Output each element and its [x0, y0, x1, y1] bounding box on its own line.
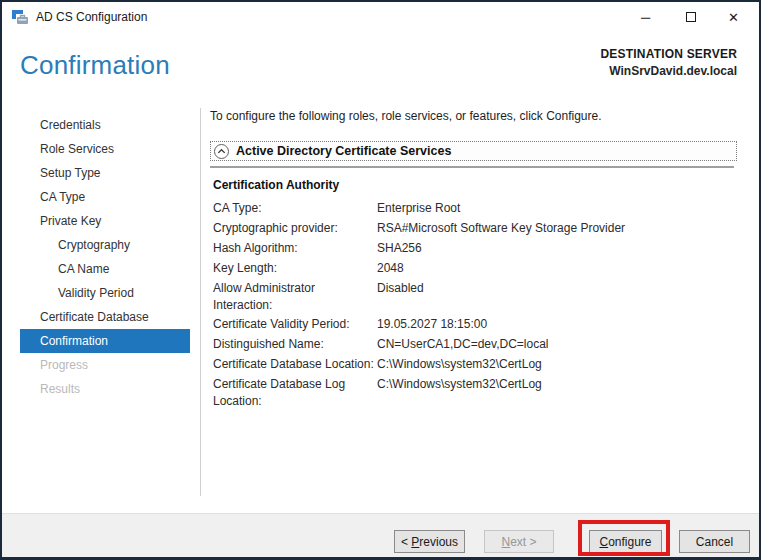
- sidebar-item-ca-type[interactable]: CA Type: [20, 185, 190, 209]
- field-value: C:\Windows\system32\CertLog: [377, 374, 737, 393]
- expander-label: Active Directory Certificate Services: [236, 144, 451, 158]
- field-row-ca-type: CA Type: Enterprise Root: [213, 198, 737, 218]
- field-label: Key Length:: [213, 258, 377, 277]
- footer-bar: < Previous Next > Configure Cancel: [2, 513, 759, 557]
- field-row-key-length: Key Length: 2048: [213, 258, 737, 278]
- field-value: C:\Windows\system32\CertLog: [377, 354, 737, 373]
- field-value: Enterprise Root: [377, 198, 737, 217]
- chevron-up-circle-icon: [214, 144, 229, 159]
- field-label: Allow Administrator Interaction:: [213, 278, 377, 314]
- sidebar-item-validity-period[interactable]: Validity Period: [20, 281, 190, 305]
- field-value: SHA256: [377, 238, 737, 257]
- field-row-certificate-validity-period: Certificate Validity Period: 19.05.2027 …: [213, 314, 737, 334]
- instruction-text: To configure the following roles, role s…: [210, 109, 602, 123]
- field-value: CN=UserCA1,DC=dev,DC=local: [377, 334, 737, 353]
- sidebar-item-certificate-database[interactable]: Certificate Database: [20, 305, 190, 329]
- sidebar-item-role-services[interactable]: Role Services: [20, 137, 190, 161]
- field-label: Certificate Database Log Location:: [213, 374, 377, 410]
- close-icon: ✕: [728, 10, 739, 25]
- field-label: Certificate Validity Period:: [213, 314, 377, 333]
- confirmation-fields: CA Type: Enterprise Root Cryptographic p…: [213, 198, 737, 410]
- cancel-button[interactable]: Cancel: [679, 530, 750, 553]
- sidebar-content-divider: [200, 108, 201, 496]
- destination-server-block: DESTINATION SERVER WinSrvDavid.dev.local: [600, 47, 737, 78]
- maximize-button[interactable]: [668, 2, 713, 32]
- field-row-allow-admin-interaction: Allow Administrator Interaction: Disable…: [213, 278, 737, 314]
- sidebar-item-cryptography[interactable]: Cryptography: [20, 233, 190, 257]
- server-manager-toolbox-icon: [12, 9, 29, 26]
- field-row-hash-algorithm: Hash Algorithm: SHA256: [213, 238, 737, 258]
- section-title: Certification Authority: [213, 178, 339, 192]
- minimize-icon: ─: [641, 10, 650, 25]
- section-underline: [210, 166, 734, 168]
- field-row-distinguished-name: Distinguished Name: CN=UserCA1,DC=dev,DC…: [213, 334, 737, 354]
- field-row-cryptographic-provider: Cryptographic provider: RSA#Microsoft So…: [213, 218, 737, 238]
- sidebar-item-private-key[interactable]: Private Key: [20, 209, 190, 233]
- close-button[interactable]: ✕: [711, 2, 756, 32]
- sidebar-item-progress: Progress: [20, 353, 190, 377]
- next-button: Next >: [484, 530, 554, 553]
- field-value: 19.05.2027 18:15:00: [377, 314, 737, 333]
- field-label: Certificate Database Location:: [213, 354, 377, 373]
- field-row-certificate-database-location: Certificate Database Location: C:\Window…: [213, 354, 737, 374]
- field-value: Disabled: [377, 278, 737, 297]
- destination-server-label: DESTINATION SERVER: [600, 47, 737, 61]
- maximize-icon: [686, 12, 696, 22]
- configure-button[interactable]: Configure: [589, 530, 662, 553]
- sidebar-item-ca-name[interactable]: CA Name: [20, 257, 190, 281]
- previous-button[interactable]: < Previous: [394, 530, 465, 553]
- minimize-button[interactable]: ─: [623, 2, 668, 32]
- adcs-configuration-window: AD CS Configuration ─ ✕ Confirmation DES…: [0, 0, 761, 560]
- window-title: AD CS Configuration: [36, 2, 147, 33]
- field-label: Cryptographic provider:: [213, 218, 377, 237]
- sidebar-item-confirmation[interactable]: Confirmation: [20, 329, 190, 353]
- field-label: Distinguished Name:: [213, 334, 377, 353]
- field-value: 2048: [377, 258, 737, 277]
- wizard-steps-sidebar: Credentials Role Services Setup Type CA …: [20, 113, 190, 401]
- sidebar-item-setup-type[interactable]: Setup Type: [20, 161, 190, 185]
- adcs-expander-header[interactable]: Active Directory Certificate Services: [210, 141, 737, 161]
- field-label: Hash Algorithm:: [213, 238, 377, 257]
- title-bar[interactable]: AD CS Configuration ─ ✕: [2, 2, 759, 33]
- sidebar-item-credentials[interactable]: Credentials: [20, 113, 190, 137]
- sidebar-item-results: Results: [20, 377, 190, 401]
- page-title: Confirmation: [20, 50, 170, 81]
- destination-server-name: WinSrvDavid.dev.local: [600, 64, 737, 78]
- field-value: RSA#Microsoft Software Key Storage Provi…: [377, 218, 737, 237]
- field-label: CA Type:: [213, 198, 377, 217]
- field-row-certificate-database-log-location: Certificate Database Log Location: C:\Wi…: [213, 374, 737, 410]
